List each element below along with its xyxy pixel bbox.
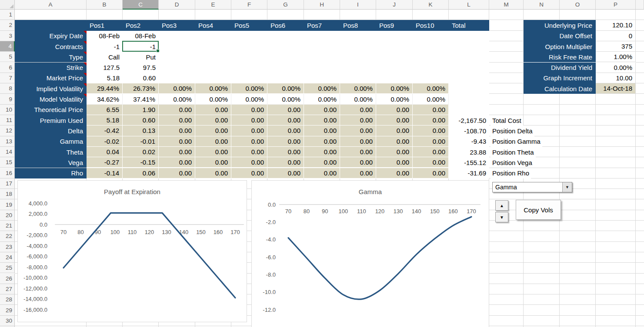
pos-header-pos9[interactable]: Pos9 — [376, 20, 413, 30]
column-header-O[interactable]: O — [560, 0, 596, 10]
row-header-9[interactable]: 9 — [0, 94, 15, 104]
cell-H9[interactable]: 0.00% — [304, 94, 340, 104]
cell-C12[interactable]: 0.13 — [123, 126, 159, 136]
cell-K11[interactable]: 0.00 — [413, 115, 449, 126]
cell-H16[interactable]: 0.00 — [304, 168, 340, 178]
param-label-option-multiplier[interactable]: Option Multiplier — [524, 41, 596, 52]
row-header-20[interactable]: 20 — [0, 210, 15, 221]
cell-D12[interactable]: 0.00 — [159, 126, 195, 136]
cell-I12[interactable]: 0.00 — [340, 126, 376, 136]
cell-B11[interactable]: 5.18 — [87, 115, 123, 126]
cell-B3[interactable]: 08-Feb — [87, 31, 123, 41]
cell-B15[interactable]: -0.27 — [87, 157, 123, 168]
cell-J11[interactable]: 0.00 — [376, 115, 413, 126]
cell-C11[interactable]: 0.60 — [123, 115, 159, 126]
cell-J13[interactable]: 0.00 — [376, 136, 413, 147]
cell-G12[interactable]: 0.00 — [267, 126, 304, 136]
cell-J8[interactable]: 0.00% — [376, 83, 413, 94]
row-header-8[interactable]: 8 — [0, 83, 15, 94]
cell-D11[interactable]: 0.00 — [159, 115, 195, 126]
cell-B8[interactable]: 29.44% — [87, 83, 123, 94]
cell-G15[interactable]: 0.00 — [267, 157, 304, 168]
cell-H14[interactable]: 0.00 — [304, 147, 340, 157]
row-header-30[interactable]: 30 — [0, 316, 15, 326]
row-label-rho[interactable]: Rho — [15, 168, 87, 178]
cell-C8[interactable]: 26.73% — [123, 83, 159, 94]
column-header-K[interactable]: K — [413, 0, 449, 10]
cell-H10[interactable]: 0.00 — [304, 105, 340, 115]
cell-F16[interactable]: 0.00 — [231, 168, 267, 178]
row-header-5[interactable]: 5 — [0, 52, 15, 62]
row-header-7[interactable]: 7 — [0, 73, 15, 83]
param-label-underlying-price[interactable]: Underlying Price — [524, 20, 596, 30]
cell-I16[interactable]: 0.00 — [340, 168, 376, 178]
cell-J16[interactable]: 0.00 — [376, 168, 413, 178]
cell-I15[interactable]: 0.00 — [340, 157, 376, 168]
column-header-A[interactable]: A — [15, 0, 87, 10]
cell-C5[interactable]: Put — [123, 52, 159, 62]
cell-K15[interactable]: 0.00 — [413, 157, 449, 168]
cell-L14[interactable]: 23.88 — [449, 147, 489, 157]
pos-header-pos4[interactable]: Pos4 — [195, 20, 231, 30]
row-label-implied-volatility[interactable]: Implied Volatility — [15, 83, 87, 94]
cell-F12[interactable]: 0.00 — [231, 126, 267, 136]
column-header-C[interactable]: C — [123, 0, 159, 10]
cell-G10[interactable]: 0.00 — [267, 105, 304, 115]
cell-K12[interactable]: 0.00 — [413, 126, 449, 136]
row-label-type[interactable]: Type — [15, 52, 87, 62]
row-header-25[interactable]: 25 — [0, 263, 15, 273]
cell-D9[interactable]: 0.00% — [159, 94, 195, 104]
pos-header-pos2[interactable]: Pos2 — [123, 20, 159, 30]
row-label-market-price[interactable]: Market Price — [15, 73, 87, 83]
cell-E15[interactable]: 0.00 — [195, 157, 231, 168]
cell-C6[interactable]: 97.5 — [123, 63, 159, 73]
row-label-gamma[interactable]: Gamma — [15, 136, 87, 147]
cell-G16[interactable]: 0.00 — [267, 168, 304, 178]
copy-vols-button[interactable]: Copy Vols — [516, 200, 561, 220]
cell-I14[interactable]: 0.00 — [340, 147, 376, 157]
cell-B4[interactable]: -1 — [87, 41, 123, 52]
cell-J9[interactable]: 0.00% — [376, 94, 413, 104]
cell-F9[interactable]: 0.00% — [231, 94, 267, 104]
cell-E10[interactable]: 0.00 — [195, 105, 231, 115]
row-label-contracts[interactable]: Contracts — [15, 41, 87, 52]
row-label-premium-used[interactable]: Premium Used — [15, 115, 87, 126]
cell-F11[interactable]: 0.00 — [231, 115, 267, 126]
cell-I8[interactable]: 0.00% — [340, 83, 376, 94]
param-value-date-offset[interactable]: 0 — [596, 31, 636, 41]
cell-J10[interactable]: 0.00 — [376, 105, 413, 115]
cell-D13[interactable]: 0.00 — [159, 136, 195, 147]
column-header-E[interactable]: E — [195, 0, 231, 10]
pos-header-pos7[interactable]: Pos7 — [304, 20, 340, 30]
cell-J15[interactable]: 0.00 — [376, 157, 413, 168]
cell-I13[interactable]: 0.00 — [340, 136, 376, 147]
cell-B5[interactable]: Call — [87, 52, 123, 62]
cell-B12[interactable]: -0.42 — [87, 126, 123, 136]
cell-J14[interactable]: 0.00 — [376, 147, 413, 157]
column-header-D[interactable]: D — [159, 0, 195, 10]
spinner-up-button[interactable]: ▲ — [495, 200, 508, 211]
cell-B16[interactable]: -0.14 — [87, 168, 123, 178]
row-header-4[interactable]: 4 — [0, 41, 15, 52]
cell-C3[interactable]: 08-Feb — [123, 31, 159, 41]
cell-E8[interactable]: 0.00% — [195, 83, 231, 94]
cell-B7[interactable]: 5.18 — [87, 73, 123, 83]
cell-K9[interactable]: 0.00% — [413, 94, 449, 104]
cell-F14[interactable]: 0.00 — [231, 147, 267, 157]
cell-C9[interactable]: 37.41% — [123, 94, 159, 104]
row-label-theta[interactable]: Theta — [15, 147, 87, 157]
param-label-risk-free-rate[interactable]: Risk Free Rate — [524, 52, 596, 62]
param-label-calculation-date[interactable]: Calculation Date — [524, 83, 596, 94]
row-header-22[interactable]: 22 — [0, 231, 15, 241]
cell-B14[interactable]: 0.04 — [87, 147, 123, 157]
row-header-26[interactable]: 26 — [0, 274, 15, 284]
column-header-B[interactable]: B — [87, 0, 123, 10]
cell-J12[interactable]: 0.00 — [376, 126, 413, 136]
column-header-P[interactable]: P — [596, 0, 636, 10]
cell-F15[interactable]: 0.00 — [231, 157, 267, 168]
cell-C13[interactable]: -0.01 — [123, 136, 159, 147]
row-header-11[interactable]: 11 — [0, 115, 15, 126]
column-header-J[interactable]: J — [376, 0, 413, 10]
row-header-2[interactable]: 2 — [0, 20, 15, 30]
cell-C7[interactable]: 0.60 — [123, 73, 159, 83]
